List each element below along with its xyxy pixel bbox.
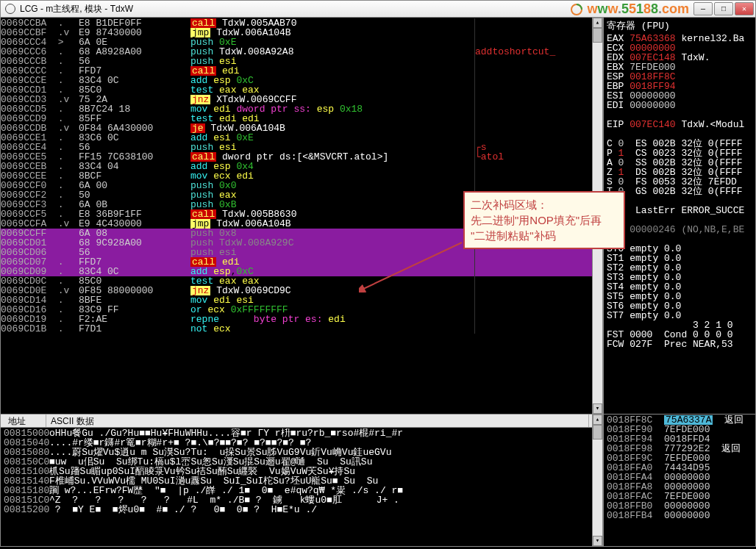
fpu-status-line: 3 2 1 0 (607, 320, 752, 330)
scroll-up-button[interactable]: ▴ (593, 18, 602, 28)
stack-row[interactable]: 0018FF9C 7EFDE000 (607, 453, 752, 463)
annotation-box: 二次补码区域： 先二进制"用NOP填充"后再 "二进制粘贴"补码 (463, 191, 625, 249)
disasm-row[interactable]: 0069CCD5 . 8B7C24 18mov edi,dword ptr ss… (1, 104, 592, 114)
minimize-button[interactable]: — (693, 2, 713, 15)
flag-line: D 0 (607, 196, 752, 206)
register-edx[interactable]: EDX 007EC148 TdxW. (607, 53, 752, 62)
fpu-line: ST2 empty 0.0 (607, 263, 752, 273)
disasm-row[interactable]: 0069CCEB . 83C4 04add esp,0x4 (1, 162, 592, 171)
disasm-row[interactable]: 0069CD1B . F7D1not ecx (1, 324, 592, 334)
disasm-row[interactable]: 0069CD07 . FFD7call edi (1, 257, 592, 267)
stack-row[interactable]: 0018FFA8 00000000 (607, 482, 752, 492)
stack-row[interactable]: 0018FF98 777292E2 返回 (607, 444, 752, 453)
dump-row[interactable]: 00815000oHHu餐Gu ./Gu?Hu■■Hu¥FHuWHHu....容… (4, 428, 589, 438)
registers-pane[interactable]: 寄存器 (FPU) EAX 75A63368 kernel32.BaECX 00… (602, 18, 755, 414)
stack-row[interactable]: 0018FF90 7EFDE000 (607, 425, 752, 434)
disasm-row[interactable]: 0069CD0E .v 0F85 88000000jnz TdxW.0069CD… (1, 286, 592, 295)
flag-line: Z 1 DS 002B 32位 0(FFFF (607, 168, 752, 177)
stack-row[interactable]: 0018FFA4 00000000 (607, 473, 752, 482)
dump-header: 地址 ASCII 数据 (1, 415, 592, 428)
disasm-row[interactable]: 0069CCC6 . 68 A8928A00push TdxW.008A92A8… (1, 47, 592, 57)
disasm-row[interactable]: 0069CCC4 > 6A 0Epush 0xE (1, 37, 592, 47)
register-eax[interactable]: EAX 75A63368 kernel32.Ba (607, 34, 752, 43)
disasm-row[interactable]: 0069CD0C . 85C0test eax,eax (1, 276, 592, 286)
dump-row[interactable]: 00815100枛Su蹯Su睸up0SuI醕睖箓Vu钤Su祮Su酭Su纒褧 Vu… (4, 467, 589, 476)
scroll-thumb[interactable] (593, 425, 602, 439)
stack-row[interactable]: 0018FFA0 74434D95 (607, 463, 752, 473)
disasm-row[interactable]: 0069CD09 . 83C4 0Cadd esp,0xC (1, 267, 592, 276)
stack-row[interactable]: 0018FFB0 00000000 (607, 501, 752, 511)
disasm-row[interactable]: 0069CD19 . F2:AErepne scas byte ptr es:[… (1, 315, 592, 324)
disasm-row[interactable]: 0069CCD9 . 85FFtest edi,edi (1, 114, 592, 123)
scroll-down-button[interactable]: ▾ (593, 403, 602, 414)
close-button[interactable]: ✕ (735, 2, 754, 15)
flag-line: P 1 CS 0023 32位 0(FFFF (607, 148, 752, 158)
disasm-row[interactable]: 0069CCCB . 56push esi (1, 57, 592, 66)
fpu-line: ST0 empty 0.0 (607, 244, 752, 254)
register-esp[interactable]: ESP 0018FF8C (607, 72, 752, 82)
register-esi[interactable]: ESI 00000000 (607, 91, 752, 101)
fpu-status-line: FST 0000 Cond 0 0 0 0 (607, 330, 752, 340)
flag-line: O 0 LastErr ERROR_SUCCE (607, 206, 752, 215)
bottom-panes: 地址 ASCII 数据 00815000oHHu餐Gu ./Gu?Hu■■Hu¥… (0, 415, 756, 547)
fpu-status-line: FCW 027F Prec NEAR,53 (607, 340, 752, 349)
stack-row[interactable]: 0018FF8C 75A6337A 返回 (607, 415, 752, 425)
disasm-row[interactable]: 0069CD16 . 83C9 FFor ecx,0xFFFFFFFF (1, 305, 592, 315)
register-edi[interactable]: EDI 00000000 (607, 101, 752, 110)
annotation-line3: "二进制粘贴"补码 (471, 228, 618, 243)
watermark: www.55188.com (570, 1, 689, 17)
register-ebp[interactable]: EBP 0018FF94 (607, 82, 752, 91)
fpu-line: ST6 empty 0.0 (607, 301, 752, 311)
scroll-down-button[interactable]: ▾ (593, 536, 602, 546)
scroll-thumb[interactable] (593, 28, 602, 43)
disasm-row[interactable]: 0069CCE5 . FF15 7C638100call dword ptr d… (1, 152, 592, 162)
efl-line: EFL 00000246 (NO,NB,E,BE (607, 225, 752, 234)
fpu-line: ST3 empty 0.0 (607, 273, 752, 282)
annotation-arrow (359, 241, 463, 293)
disasm-row[interactable]: 0069CCE1 . 83C6 0Cadd esi,0xE (1, 133, 592, 143)
disasm-row[interactable]: 0069CCE4 . 56push esi┌s (1, 143, 592, 152)
dump-row[interactable]: 00815200 ? ■Y E■ ■烬u0■ #■ ./ ? 0■ 0■ ? H… (4, 505, 589, 514)
dump-row[interactable]: 00815040....#r缕■r鑮#r篭■r糊#r+■ ?■.\■?■■?■?… (4, 438, 589, 448)
stack-row[interactable]: 0018FF94 0018FFD4 (607, 434, 752, 444)
dump-header-ascii: ASCII 数据 (46, 415, 589, 427)
annotation-line2: 先二进制"用NOP填充"后再 (471, 212, 618, 228)
stack-row[interactable]: 0018FFB4 00000000 (607, 511, 752, 520)
flag-line: S 0 FS 0053 32位 7EFDD (607, 177, 752, 187)
disasm-row[interactable]: 0069CCF0 . 6A 00push 0x0 (1, 181, 592, 190)
dump-row[interactable]: 00815080....蔚Su燿Vu$逍u m Su湨Su?Tu: u挆Su景S… (4, 448, 589, 457)
register-ecx[interactable]: ECX 00000000 (607, 43, 752, 53)
dump-scrollbar[interactable]: ▴ ▾ (592, 415, 602, 546)
disasm-row[interactable]: 0069CCBF .v E9 87430000jmp TdxW.006A104B (1, 28, 592, 37)
disasm-row[interactable]: 0069CCCE . 83C4 0Cadd esp,0xC (1, 76, 592, 85)
titlebar: LCG - m主线程, 模块 - TdxW www.55188.com — □ … (0, 0, 756, 18)
fpu-line: ST5 empty 0.0 (607, 292, 752, 301)
fpu-line: ST7 empty 0.0 (607, 311, 752, 320)
disasm-row[interactable]: 0069CCBA . E8 B1DEF0FFcall TdxW.005AAB70 (1, 18, 592, 28)
annotation-line1: 二次补码区域： (471, 197, 618, 212)
disasm-row[interactable]: 0069CCD3 .v 75 2Ajnz XTdxW.0069CCFF (1, 95, 592, 104)
svg-line-1 (362, 243, 462, 290)
main-area: 0069CCBA . E8 B1DEF0FFcall TdxW.005AAB70… (0, 18, 756, 415)
disasm-row[interactable]: 0069CCDB .v 0F84 6A430000je TdxW.006A104… (1, 123, 592, 133)
dump-row[interactable]: 008151C0^Z ? ? ? ? ? #L m* ./B■ ? 鐪 k螻u0… (4, 495, 589, 505)
disasm-row[interactable]: 0069CCCC . FFD7call edi (1, 66, 592, 76)
stack-pane[interactable]: 0018FF8C 75A6337A 返回0018FF90 7EFDE000001… (602, 415, 755, 546)
registers-title: 寄存器 (FPU) (607, 19, 752, 32)
dump-row[interactable]: 00815140F椎峬Su.VVuWVu檽 MU0SuI濄u纛Su SuI_Su… (4, 476, 589, 486)
dump-row[interactable]: 00815180躙 w?...EFrw?FW歴 "■ |p ./嶭 ./ 1■ … (4, 486, 589, 495)
disasm-row[interactable]: 0069CCEE . 8BCFmov ecx,edi (1, 171, 592, 181)
memory-dump-pane[interactable]: 地址 ASCII 数据 00815000oHHu餐Gu ./Gu?Hu■■Hu¥… (1, 415, 592, 546)
scroll-up-button[interactable]: ▴ (593, 415, 602, 425)
dump-row[interactable]: 008150C0■uw u佀Su Su绑Tu:槁u$l崈Su怱Su濅Su掍Su逦… (4, 457, 589, 467)
maximize-button[interactable]: □ (714, 2, 733, 15)
flag-line: A 0 SS 002B 32位 0(FFFF (607, 158, 752, 168)
disasm-row[interactable]: 0069CD14 . 8BFEmov edi,esi (1, 295, 592, 305)
flag-line: C 0 ES 002B 32位 0(FFFF (607, 139, 752, 148)
window-title: LCG - m主线程, 模块 - TdxW (20, 3, 133, 15)
register-ebx[interactable]: EBX 7EFDE000 (607, 62, 752, 72)
disasm-row[interactable]: 0069CCD1 . 85C0test eax,eax (1, 85, 592, 95)
app-icon (5, 4, 15, 14)
stack-row[interactable]: 0018FFAC 7EFDE000 (607, 492, 752, 501)
window-controls: — □ ✕ (693, 2, 754, 15)
